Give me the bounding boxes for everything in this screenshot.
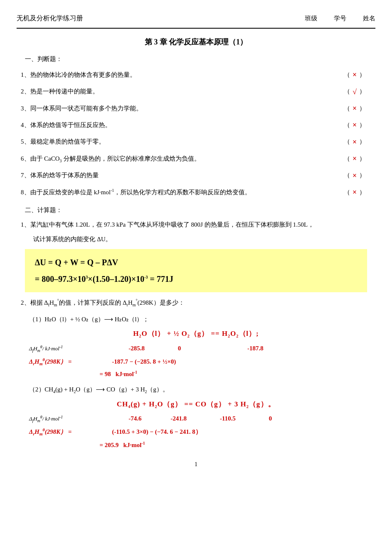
chapter-title: 第 3 章 化学反应基本原理（1）	[17, 35, 375, 49]
mark-3: ×	[353, 102, 357, 115]
question-1: 1、热的物体比冷的物体含有更多的热量。 （ × ）	[17, 68, 375, 81]
formula-line-2: = 800–97.3×103×(1.50–1.20)×10-3 = 771J	[35, 271, 357, 286]
answer-4: （ × ）	[338, 118, 371, 132]
mark-5: ×	[353, 135, 357, 149]
section1-title: 一、判断题：	[25, 54, 375, 65]
enthalpy-label-2: ΔfHmθ/ kJ·mol-1	[29, 413, 129, 425]
answer-7: （ × ）	[338, 169, 371, 182]
enthalpy-row-2: ΔfHmθ/ kJ·mol-1 -74.6 -241.8 -110.5 0	[29, 413, 375, 425]
enth-val-1-2: 0	[178, 343, 181, 354]
reaction-display-2: CH4(g) + H2O（g） == CO（g） + 3 H2（g）。	[17, 398, 375, 411]
page-number: 1	[17, 459, 375, 469]
answer-5: （ × ）	[338, 135, 371, 149]
question-5: 5、最稳定单质的焓值等于零。 （ × ）	[17, 135, 375, 149]
calc-q2-intro: 2、根据 ΔfHm°的值，计算下列反应的 ΔrHm°(298K）是多少：	[21, 297, 375, 309]
enth-val-2-3: -110.5	[220, 413, 236, 424]
question-1-text: 1、热的物体比冷的物体含有更多的热量。	[21, 69, 338, 81]
enth-val-2-2: -241.8	[170, 413, 187, 424]
question-8: 8、由于反应焓变的单位是 kJ·mol-1，所以热化学方程式的系数不影响反应的焓…	[17, 186, 375, 199]
enthalpy-values-2: -74.6 -241.8 -110.5 0	[129, 413, 272, 424]
question-4: 4、体系的焓值等于恒压反应热。 （ × ）	[17, 118, 375, 132]
header-fields: 班级 学号 姓名	[305, 13, 375, 24]
sub-q2-label: （2）CH4(g) + H2O（g）⟶ CO（g）+ 3 H2（g）。	[29, 384, 375, 396]
student-id-label: 学号	[334, 13, 346, 24]
mark-2: √	[353, 85, 357, 98]
reaction-display-1: H2O（l） + ½ O2（g） == H2O2（l）;	[17, 328, 375, 340]
question-8-text: 8、由于反应焓变的单位是 kJ·mol-1，所以热化学方程式的系数不影响反应的焓…	[21, 187, 338, 198]
delta-r-result-1: = 98 kJ·mol-1	[100, 369, 375, 380]
answer-6: （ × ）	[338, 152, 371, 165]
formula-line-1: ΔU = Q + W = Q – PΔV	[35, 255, 357, 270]
delta-r-result-2: = 205.9 kJ·mol-1	[100, 440, 375, 451]
answer-2: （ √ ）	[338, 85, 371, 98]
question-5-text: 5、最稳定单质的焓值等于零。	[21, 136, 338, 147]
enthalpy-values-1: -285.8 0 -187.8	[129, 343, 263, 354]
book-title: 无机及分析化学练习册	[17, 12, 83, 24]
question-6-text: 6、由于 CaCO3 分解是吸热的，所以它的标准摩尔生成焓为负值。	[21, 153, 338, 165]
question-7: 7、体系的焓等于体系的热量 （ × ）	[17, 169, 375, 182]
mark-4: ×	[353, 118, 357, 132]
question-2: 2、热是一种传递中的能量。 （ √ ）	[17, 85, 375, 98]
calc-q1-text2: 试计算系统的内能变化 ΔU。	[33, 234, 375, 245]
mark-7: ×	[353, 169, 357, 182]
enthalpy-row-1: ΔfHmθ/ kJ·mol-1 -285.8 0 -187.8	[29, 343, 375, 355]
section2-title: 二、计算题：	[25, 205, 375, 216]
name-label: 姓名	[363, 13, 375, 24]
answer-1: （ × ）	[338, 68, 371, 81]
page-header: 无机及分析化学练习册 班级 学号 姓名	[17, 12, 375, 29]
sub-q1-label: （1）H₂O（l）+ ½ O₂（g）⟶ H₂O₂（l）；	[29, 314, 375, 325]
question-4-text: 4、体系的焓值等于恒压反应热。	[21, 120, 338, 131]
formula-block: ΔU = Q + W = Q – PΔV = 800–97.3×103×(1.5…	[25, 249, 367, 292]
question-6: 6、由于 CaCO3 分解是吸热的，所以它的标准摩尔生成焓为负值。 （ × ）	[17, 152, 375, 165]
enth-val-2-1: -74.6	[129, 413, 141, 424]
mark-8: ×	[353, 186, 357, 199]
enth-val-1-3: -187.8	[247, 343, 263, 354]
delta-r-row-1: ΔrHmθ(298K） = -187.7 − (−285. 8 + ½×0)	[29, 356, 375, 368]
class-field-label: 班级	[305, 13, 317, 24]
enth-val-1-1: -285.8	[129, 343, 145, 354]
answer-8: （ × ）	[338, 186, 371, 199]
mark-6: ×	[353, 152, 357, 165]
enthalpy-label-1: ΔfHmθ/ kJ·mol-1	[29, 343, 129, 355]
answer-3: （ × ）	[338, 102, 371, 115]
question-2-text: 2、热是一种传递中的能量。	[21, 86, 338, 97]
delta-r-row-2: ΔrHmθ(298K） = (-110.5 + 3×0) − (−74. 6 −…	[29, 426, 375, 438]
calc-q1-text: 1、某汽缸中有气体 1.20L，在 97.3 kPa 下气体从环境中吸收了 80…	[21, 219, 375, 230]
question-3: 3、同一体系同一状态可能有多个热力学能。 （ × ）	[17, 102, 375, 115]
mark-1: ×	[353, 68, 357, 81]
enth-val-2-4: 0	[269, 413, 272, 424]
question-7-text: 7、体系的焓等于体系的热量	[21, 170, 338, 181]
question-3-text: 3、同一体系同一状态可能有多个热力学能。	[21, 103, 338, 114]
